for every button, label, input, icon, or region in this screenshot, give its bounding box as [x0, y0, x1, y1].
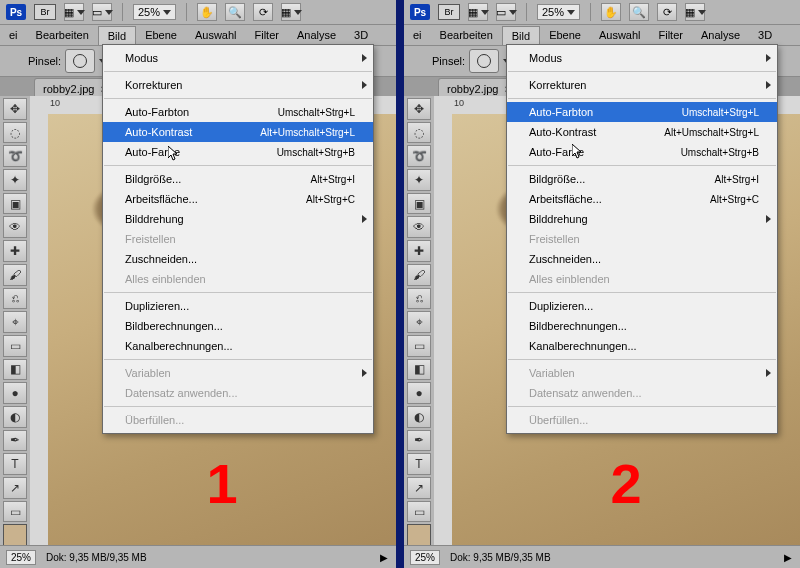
- foreground-swatch[interactable]: [3, 524, 27, 546]
- rotate-view-shortcut[interactable]: ⟳: [657, 3, 677, 21]
- status-zoom[interactable]: 25%: [6, 550, 36, 565]
- menuitem-zuschneiden[interactable]: Zuschneiden...: [103, 249, 373, 269]
- bridge-badge[interactable]: Br: [438, 4, 460, 20]
- menubar[interactable]: eiBearbeitenBildEbeneAuswahlFilterAnalys…: [0, 25, 396, 46]
- menu-bearbeiten[interactable]: Bearbeiten: [431, 25, 502, 45]
- tool-palette[interactable]: ✥◌➰✦▣👁✚🖌⎌⌖▭◧●◐✒T↗▭: [404, 96, 435, 546]
- menu-filter[interactable]: Filter: [650, 25, 692, 45]
- menuitem-arbeitsflaeche[interactable]: Arbeitsfläche...Alt+Strg+C: [507, 189, 777, 209]
- hand-tool-shortcut[interactable]: ✋: [197, 3, 217, 21]
- menubar[interactable]: eiBearbeitenBildEbeneAuswahlFilterAnalys…: [404, 25, 800, 46]
- menuitem-duplizieren[interactable]: Duplizieren...: [103, 296, 373, 316]
- menu-bearbeiten[interactable]: Bearbeiten: [27, 25, 98, 45]
- tool-grad[interactable]: ◧: [407, 359, 431, 381]
- menu-analyse[interactable]: Analyse: [692, 25, 749, 45]
- brush-preset-picker[interactable]: [469, 49, 499, 73]
- tool-heal[interactable]: ✚: [3, 240, 27, 262]
- menu-bild[interactable]: Bild: [98, 26, 136, 45]
- tool-type[interactable]: T: [3, 453, 27, 475]
- tool-type[interactable]: T: [407, 453, 431, 475]
- tool-heal[interactable]: ✚: [407, 240, 431, 262]
- tool-erase[interactable]: ▭: [407, 335, 431, 357]
- tool-lasso[interactable]: ➰: [3, 145, 27, 167]
- menu-ei[interactable]: ei: [404, 25, 431, 45]
- menu-filter[interactable]: Filter: [246, 25, 288, 45]
- menu-bild[interactable]: Bild: [502, 26, 540, 45]
- tool-lasso[interactable]: ➰: [407, 145, 431, 167]
- tool-dodge[interactable]: ◐: [3, 406, 27, 428]
- menuitem-auto-kontrast[interactable]: Auto-KontrastAlt+Umschalt+Strg+L: [103, 122, 373, 142]
- menuitem-arbeitsflaeche[interactable]: Arbeitsfläche...Alt+Strg+C: [103, 189, 373, 209]
- tool-grad[interactable]: ◧: [3, 359, 27, 381]
- menuitem-auto-kontrast[interactable]: Auto-KontrastAlt+Umschalt+Strg+L: [507, 122, 777, 142]
- tool-blur[interactable]: ●: [3, 382, 27, 404]
- menuitem-bildgroesse[interactable]: Bildgröße...Alt+Strg+I: [507, 169, 777, 189]
- tool-wand[interactable]: ✦: [407, 169, 431, 191]
- tool-erase[interactable]: ▭: [3, 335, 27, 357]
- tool-stamp[interactable]: ⎌: [3, 288, 27, 310]
- menuitem-kanalberech[interactable]: Kanalberechnungen...: [507, 336, 777, 356]
- menuitem-bilddrehung[interactable]: Bilddrehung: [507, 209, 777, 229]
- tool-eye[interactable]: 👁: [3, 216, 27, 238]
- tool-wand[interactable]: ✦: [3, 169, 27, 191]
- menuitem-auto-farbton[interactable]: Auto-FarbtonUmschalt+Strg+L: [103, 102, 373, 122]
- tool-crop[interactable]: ▣: [407, 193, 431, 215]
- tool-path[interactable]: ↗: [407, 477, 431, 499]
- menuitem-zuschneiden[interactable]: Zuschneiden...: [507, 249, 777, 269]
- menuitem-auto-farbton[interactable]: Auto-FarbtonUmschalt+Strg+L: [507, 102, 777, 122]
- menuitem-bildberech[interactable]: Bildberechnungen...: [507, 316, 777, 336]
- tool-palette[interactable]: ✥◌➰✦▣👁✚🖌⎌⌖▭◧●◐✒T↗▭: [0, 96, 31, 546]
- menuitem-auto-farbe[interactable]: Auto-FarbeUmschalt+Strg+B: [507, 142, 777, 162]
- menu-auswahl[interactable]: Auswahl: [590, 25, 650, 45]
- tool-pen[interactable]: ✒: [407, 430, 431, 452]
- menu-3d[interactable]: 3D: [345, 25, 377, 45]
- menuitem-kanalberech[interactable]: Kanalberechnungen...: [103, 336, 373, 356]
- screen-mode-button[interactable]: ▭: [92, 3, 112, 21]
- rotate-view-shortcut[interactable]: ⟳: [253, 3, 273, 21]
- menu-ei[interactable]: ei: [0, 25, 27, 45]
- tool-dodge[interactable]: ◐: [407, 406, 431, 428]
- menu-analyse[interactable]: Analyse: [288, 25, 345, 45]
- menuitem-modus[interactable]: Modus: [507, 48, 777, 68]
- tool-brush[interactable]: 🖌: [3, 264, 27, 286]
- tool-stamp[interactable]: ⎌: [407, 288, 431, 310]
- menu-bild-dropdown[interactable]: ModusKorrekturenAuto-FarbtonUmschalt+Str…: [102, 44, 374, 434]
- tool-brush[interactable]: 🖌: [407, 264, 431, 286]
- status-zoom[interactable]: 25%: [410, 550, 440, 565]
- zoom-combo[interactable]: 25%: [537, 4, 580, 20]
- menu-ebene[interactable]: Ebene: [540, 25, 590, 45]
- tool-hist[interactable]: ⌖: [407, 311, 431, 333]
- bridge-badge[interactable]: Br: [34, 4, 56, 20]
- tool-move[interactable]: ✥: [407, 98, 431, 120]
- layout-menu-button[interactable]: ▦: [468, 3, 488, 21]
- screen-mode-button[interactable]: ▭: [496, 3, 516, 21]
- tool-blur[interactable]: ●: [407, 382, 431, 404]
- tool-eye[interactable]: 👁: [407, 216, 431, 238]
- tool-pen[interactable]: ✒: [3, 430, 27, 452]
- zoom-tool-shortcut[interactable]: 🔍: [629, 3, 649, 21]
- menu-3d[interactable]: 3D: [749, 25, 781, 45]
- tool-marq[interactable]: ◌: [407, 122, 431, 144]
- menuitem-korrekturen[interactable]: Korrekturen: [103, 75, 373, 95]
- tool-hist[interactable]: ⌖: [3, 311, 27, 333]
- menuitem-auto-farbe[interactable]: Auto-FarbeUmschalt+Strg+B: [103, 142, 373, 162]
- menuitem-bildberech[interactable]: Bildberechnungen...: [103, 316, 373, 336]
- menu-bild-dropdown[interactable]: ModusKorrekturenAuto-FarbtonUmschalt+Str…: [506, 44, 778, 434]
- arrange-docs-button[interactable]: ▦: [281, 3, 301, 21]
- tool-crop[interactable]: ▣: [3, 193, 27, 215]
- menu-ebene[interactable]: Ebene: [136, 25, 186, 45]
- zoom-combo[interactable]: 25%: [133, 4, 176, 20]
- arrange-docs-button[interactable]: ▦: [685, 3, 705, 21]
- hand-tool-shortcut[interactable]: ✋: [601, 3, 621, 21]
- foreground-swatch[interactable]: [407, 524, 431, 546]
- menuitem-bildgroesse[interactable]: Bildgröße...Alt+Strg+I: [103, 169, 373, 189]
- tool-shape[interactable]: ▭: [3, 501, 27, 523]
- layout-menu-button[interactable]: ▦: [64, 3, 84, 21]
- menuitem-bilddrehung[interactable]: Bilddrehung: [103, 209, 373, 229]
- menu-auswahl[interactable]: Auswahl: [186, 25, 246, 45]
- menuitem-korrekturen[interactable]: Korrekturen: [507, 75, 777, 95]
- tool-move[interactable]: ✥: [3, 98, 27, 120]
- tool-shape[interactable]: ▭: [407, 501, 431, 523]
- tool-marq[interactable]: ◌: [3, 122, 27, 144]
- tool-path[interactable]: ↗: [3, 477, 27, 499]
